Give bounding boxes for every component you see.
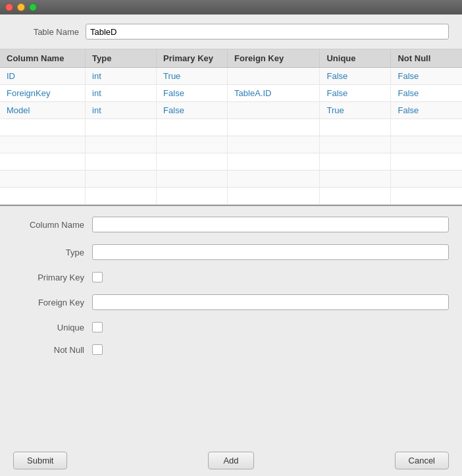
header-column-name: Column Name bbox=[0, 49, 86, 68]
form-row-primary-key: Primary Key bbox=[13, 272, 449, 282]
cell-foreign-key bbox=[228, 136, 320, 153]
cell-column-name bbox=[0, 136, 86, 153]
header-type: Type bbox=[86, 49, 157, 68]
form-not-null-checkbox[interactable] bbox=[92, 344, 103, 355]
table-name-label: Table Name bbox=[13, 27, 86, 37]
cell-column-name bbox=[0, 171, 86, 188]
cell-not-null: False bbox=[391, 85, 462, 102]
form-primary-key-checkbox[interactable] bbox=[92, 272, 103, 282]
header-primary-key: Primary Key bbox=[157, 49, 228, 68]
cell-column-name: ForeignKey bbox=[0, 85, 86, 102]
cell-type bbox=[86, 119, 157, 136]
cell-unique: False bbox=[320, 68, 391, 85]
form-not-null-label: Not Null bbox=[13, 345, 92, 355]
cell-foreign-key bbox=[228, 68, 320, 85]
cell-primary-key bbox=[157, 153, 228, 171]
cell-foreign-key bbox=[228, 171, 320, 188]
submit-button[interactable]: Submit bbox=[13, 452, 67, 469]
cell-column-name bbox=[0, 119, 86, 136]
add-button[interactable]: Add bbox=[208, 452, 254, 469]
cell-type bbox=[86, 136, 157, 153]
minimize-button[interactable] bbox=[17, 3, 25, 11]
cell-unique bbox=[320, 153, 391, 171]
form-foreign-key-input[interactable] bbox=[92, 294, 449, 310]
cell-primary-key: False bbox=[157, 102, 228, 119]
cell-not-null: False bbox=[391, 102, 462, 119]
table-header-row: Column Name Type Primary Key Foreign Key… bbox=[0, 49, 462, 68]
cell-unique: True bbox=[320, 102, 391, 119]
form-primary-key-label: Primary Key bbox=[13, 273, 92, 282]
cell-type bbox=[86, 171, 157, 188]
form-type-label: Type bbox=[13, 248, 92, 257]
form-row-not-null: Not Null bbox=[13, 344, 449, 355]
table-row[interactable] bbox=[0, 119, 462, 136]
cancel-button[interactable]: Cancel bbox=[395, 452, 449, 469]
cell-type: int bbox=[86, 102, 157, 119]
cell-primary-key bbox=[157, 136, 228, 153]
cell-foreign-key: TableA.ID bbox=[228, 85, 320, 102]
cell-not-null bbox=[391, 171, 462, 188]
cell-not-null: False bbox=[391, 68, 462, 85]
header-foreign-key: Foreign Key bbox=[228, 49, 320, 68]
table-row[interactable] bbox=[0, 171, 462, 188]
table-row[interactable] bbox=[0, 136, 462, 153]
header-not-null: Not Null bbox=[391, 49, 462, 68]
table-row[interactable]: ModelintFalse TrueFalse bbox=[0, 102, 462, 119]
form-column-name-label: Column Name bbox=[13, 220, 92, 230]
cell-unique bbox=[320, 136, 391, 153]
header-unique: Unique bbox=[320, 49, 391, 68]
cell-column-name: Model bbox=[0, 102, 86, 119]
cell-primary-key: False bbox=[157, 85, 228, 102]
form-column-name-input[interactable] bbox=[92, 217, 449, 232]
form-foreign-key-label: Foreign Key bbox=[13, 298, 92, 307]
cell-unique bbox=[320, 188, 391, 205]
columns-table: Column Name Type Primary Key Foreign Key… bbox=[0, 49, 462, 205]
table-row[interactable] bbox=[0, 153, 462, 171]
cell-not-null bbox=[391, 188, 462, 205]
cell-type bbox=[86, 153, 157, 171]
cell-type bbox=[86, 188, 157, 205]
form-row-type: Type bbox=[13, 244, 449, 260]
cell-primary-key bbox=[157, 188, 228, 205]
title-bar bbox=[0, 0, 462, 14]
buttons-row: Submit Add Cancel bbox=[13, 446, 449, 469]
cell-foreign-key bbox=[228, 153, 320, 171]
table-row[interactable]: IDintTrue FalseFalse bbox=[0, 68, 462, 85]
cell-unique bbox=[320, 119, 391, 136]
cell-foreign-key bbox=[228, 119, 320, 136]
table-row[interactable] bbox=[0, 188, 462, 205]
cell-not-null bbox=[391, 136, 462, 153]
maximize-button[interactable] bbox=[29, 3, 37, 11]
cell-column-name: ID bbox=[0, 68, 86, 85]
cell-primary-key: True bbox=[157, 68, 228, 85]
data-table-section: Column Name Type Primary Key Foreign Key… bbox=[0, 49, 462, 206]
form-unique-checkbox[interactable] bbox=[92, 322, 103, 332]
close-button[interactable] bbox=[5, 3, 13, 11]
cell-column-name bbox=[0, 188, 86, 205]
table-name-row: Table Name bbox=[0, 14, 462, 49]
table-name-input[interactable] bbox=[86, 24, 449, 40]
cell-primary-key bbox=[157, 119, 228, 136]
cell-column-name bbox=[0, 153, 86, 171]
form-row-unique: Unique bbox=[13, 322, 449, 332]
cell-type: int bbox=[86, 68, 157, 85]
form-unique-label: Unique bbox=[13, 323, 92, 332]
form-row-foreign-key: Foreign Key bbox=[13, 294, 449, 310]
cell-unique bbox=[320, 171, 391, 188]
table-row[interactable]: ForeignKeyintFalseTableA.IDFalseFalse bbox=[0, 85, 462, 102]
cell-primary-key bbox=[157, 171, 228, 188]
cell-foreign-key bbox=[228, 102, 320, 119]
main-content: Table Name Column Name Type Primary Key … bbox=[0, 14, 462, 476]
form-row-column-name: Column Name bbox=[13, 217, 449, 232]
form-type-input[interactable] bbox=[92, 244, 449, 260]
cell-not-null bbox=[391, 119, 462, 136]
cell-not-null bbox=[391, 153, 462, 171]
cell-foreign-key bbox=[228, 188, 320, 205]
form-section: Column Name Type Primary Key Foreign Key… bbox=[0, 206, 462, 476]
cell-type: int bbox=[86, 85, 157, 102]
cell-unique: False bbox=[320, 85, 391, 102]
